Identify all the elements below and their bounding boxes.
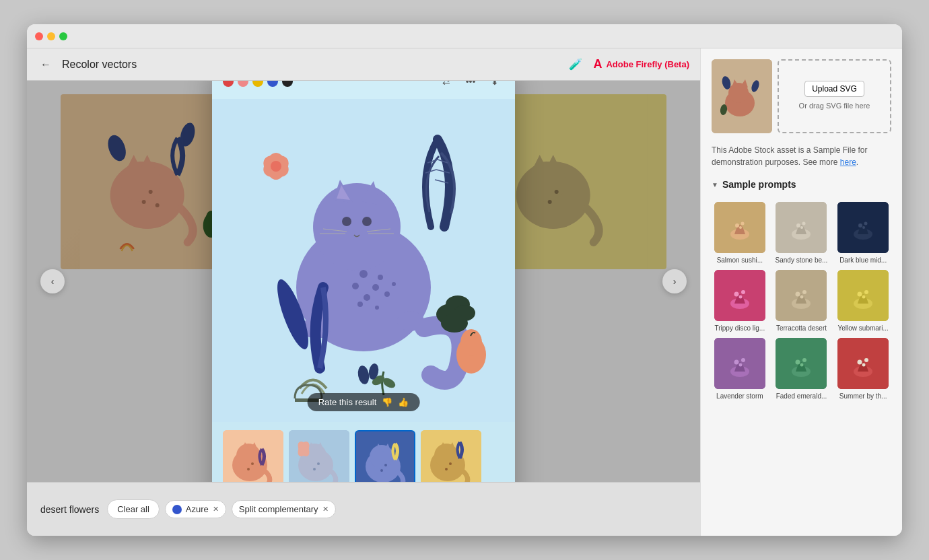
back-button[interactable]: ← (38, 57, 54, 73)
prompt-thumb-terracotta[interactable] (776, 270, 827, 321)
prompt-thumb-faded-emerald[interactable] (776, 338, 827, 389)
clear-all-button[interactable]: Clear all (107, 499, 160, 519)
svg-point-119 (739, 226, 742, 229)
svg-point-158 (864, 358, 868, 362)
svg-point-79 (236, 444, 261, 468)
prompt-thumb-summer[interactable] (837, 338, 889, 389)
svg-point-132 (734, 292, 738, 297)
svg-point-60 (357, 302, 363, 307)
upload-area: Upload SVG Or drag SVG file here (712, 59, 891, 133)
svg-point-133 (741, 290, 745, 294)
prompt-item-4[interactable]: Trippy disco lig... (712, 270, 768, 332)
modal-thumbnail-strip (212, 422, 515, 482)
main-window: ← Recolor vectors 🧪 A Adobe Firefly (Bet… (27, 24, 902, 536)
prompt-item-1[interactable]: Salmon sushi... (712, 202, 768, 265)
main-content: ← Recolor vectors 🧪 A Adobe Firefly (Bet… (27, 48, 902, 536)
svg-point-90 (313, 468, 316, 470)
prompt-label-1: Salmon sushi... (717, 256, 763, 265)
prompt-item-3[interactable]: Dark blue mid... (835, 202, 891, 265)
prompt-item-9[interactable]: Summer by th... (835, 338, 891, 400)
color-dot-dark[interactable] (282, 81, 293, 87)
azure-tag-close[interactable]: ✕ (213, 505, 219, 514)
svg-point-56 (364, 294, 370, 301)
prompt-thumb-sandy-stone[interactable] (776, 202, 827, 253)
svg-point-153 (802, 358, 806, 362)
thumbdown-icon[interactable]: 👎 (382, 397, 392, 407)
minimize-window-button[interactable] (47, 32, 55, 40)
svg-point-117 (735, 223, 739, 228)
svg-point-144 (862, 295, 866, 299)
svg-point-58 (352, 283, 359, 289)
close-window-button[interactable] (35, 32, 43, 40)
chevron-down-icon: ▼ (712, 181, 718, 188)
prompt-label-6: Yellow submari... (838, 324, 889, 332)
firefly-label: Adobe Firefly (Beta) (606, 59, 689, 69)
color-dot-salmon[interactable] (238, 81, 248, 87)
download-button[interactable]: ⬇ (485, 81, 504, 91)
sample-prompts-header[interactable]: ▼ Sample prompts (712, 179, 891, 190)
svg-point-59 (384, 291, 390, 297)
prompt-thumb-trippy-disco[interactable] (714, 270, 765, 321)
more-options-button[interactable]: ••• (461, 81, 480, 91)
modal-thumb-2[interactable] (289, 430, 349, 482)
upload-drop-zone[interactable]: Upload SVG Or drag SVG file here (778, 59, 891, 133)
svg-point-54 (359, 270, 368, 278)
prompt-item-5[interactable]: Terracotta desert (773, 270, 830, 332)
modal-thumb-4[interactable] (421, 430, 481, 482)
svg-point-142 (858, 292, 862, 297)
prompt-thumb-dark-blue[interactable] (837, 202, 889, 253)
svg-point-127 (858, 223, 862, 228)
rate-result-badge: Rate this result 👎 👍 (308, 393, 420, 411)
svg-point-83 (247, 468, 250, 470)
prompt-label-5: Terracotta desert (776, 324, 827, 332)
color-dot-blue[interactable] (267, 81, 278, 87)
svg-point-122 (796, 223, 800, 228)
prompt-item-2[interactable]: Sandy stone be... (773, 202, 830, 265)
prompt-thumb-salmon-sushi[interactable] (714, 202, 765, 253)
rate-text: Rate this result (318, 397, 377, 407)
thumbup-icon[interactable]: 👍 (398, 397, 409, 407)
svg-point-128 (864, 222, 868, 225)
svg-point-95 (370, 445, 394, 469)
prompt-item-6[interactable]: Yellow submari... (835, 270, 891, 332)
svg-point-149 (738, 363, 742, 367)
upload-svg-button[interactable]: Upload SVG (804, 81, 864, 97)
color-palette (223, 81, 293, 87)
azure-color-dot (172, 505, 182, 514)
svg-point-157 (858, 360, 862, 365)
color-dot-red[interactable] (223, 81, 234, 87)
svg-point-61 (392, 282, 396, 286)
split-tag-close[interactable]: ✕ (322, 505, 329, 514)
svg-point-89 (317, 462, 320, 465)
bottom-bar: desert flowers Clear all Azure ✕ Split c… (27, 482, 700, 536)
info-link[interactable]: here (840, 158, 856, 167)
modal-thumb-3[interactable] (355, 430, 415, 482)
maximize-window-button[interactable] (59, 32, 67, 40)
modal-overlay: ⇄ ••• ⬇ (27, 81, 700, 482)
modal-thumb-1[interactable] (223, 430, 283, 482)
svg-point-69 (441, 314, 468, 332)
prompt-label: desert flowers (40, 504, 99, 515)
svg-point-134 (738, 295, 742, 299)
prompt-thumb-lavender[interactable] (714, 338, 765, 389)
color-dot-yellow[interactable] (252, 81, 263, 87)
right-panel: Upload SVG Or drag SVG file here This Ad… (700, 48, 902, 536)
prompt-label-3: Dark blue mid... (839, 256, 887, 265)
prompt-item-7[interactable]: Lavender storm (712, 338, 768, 400)
prompt-item-8[interactable]: Faded emerald... (773, 338, 830, 400)
upload-preview (712, 59, 772, 133)
svg-point-143 (864, 290, 868, 294)
svg-point-118 (741, 222, 744, 225)
prompt-thumb-yellow-sub[interactable] (837, 270, 889, 321)
svg-point-62 (375, 306, 379, 310)
image-modal: ⇄ ••• ⬇ (212, 81, 515, 482)
svg-point-105 (449, 462, 452, 465)
svg-point-71 (460, 329, 482, 356)
svg-point-152 (796, 360, 800, 365)
prompt-grid: Salmon sushi... (712, 202, 891, 400)
prompt-label-2: Sandy stone be... (776, 256, 828, 265)
prompt-label-9: Summer by th... (839, 392, 887, 400)
lab-icon[interactable]: 🧪 (566, 55, 585, 74)
shuffle-button[interactable]: ⇄ (437, 81, 456, 91)
svg-point-46 (342, 217, 351, 226)
